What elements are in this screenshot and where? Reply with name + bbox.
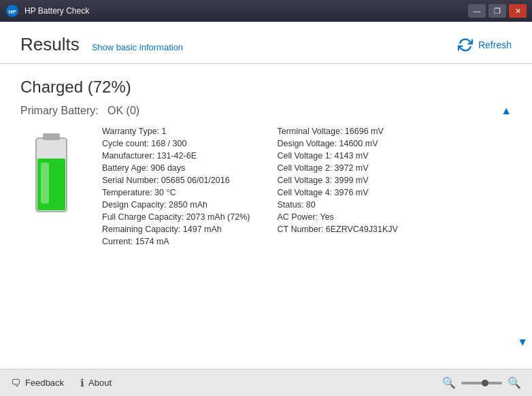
show-basic-link[interactable]: Show basic information bbox=[92, 42, 183, 52]
about-label: About bbox=[88, 378, 112, 388]
collapse-button[interactable]: ▲ bbox=[501, 105, 512, 117]
about-item[interactable]: ℹ About bbox=[80, 377, 112, 389]
left-info-item: Battery Age: 906 days bbox=[102, 163, 250, 173]
zoom-in-button[interactable]: 🔍 bbox=[508, 376, 521, 389]
feedback-label: Feedback bbox=[25, 378, 64, 388]
header: Results Show basic information Refresh bbox=[0, 22, 532, 64]
left-info-item: Warranty Type: 1 bbox=[102, 127, 250, 136]
right-info-item: Status: 80 bbox=[277, 200, 397, 210]
left-info-item: Temperature: 30 °C bbox=[102, 188, 250, 197]
scroll-down-indicator: ▼ bbox=[517, 336, 528, 348]
svg-text:HP: HP bbox=[8, 9, 16, 15]
battery-icon bbox=[26, 130, 77, 218]
title-bar: HP HP Battery Check — ❐ ✕ bbox=[0, 0, 532, 22]
zoom-controls: 🔍 🔍 bbox=[442, 376, 521, 389]
window-title: HP Battery Check bbox=[24, 6, 463, 16]
close-button[interactable]: ✕ bbox=[509, 4, 527, 18]
refresh-label: Refresh bbox=[478, 39, 512, 50]
right-info-item: Cell Voltage 2: 3972 mV bbox=[277, 163, 397, 173]
battery-header: Primary Battery: OK (0) ▲ bbox=[20, 105, 512, 117]
right-info-item: Cell Voltage 4: 3976 mV bbox=[277, 188, 397, 197]
left-info-item: Design Capacity: 2850 mAh bbox=[102, 200, 250, 210]
restore-button[interactable]: ❐ bbox=[488, 4, 506, 18]
refresh-icon bbox=[458, 37, 473, 52]
battery-label: Primary Battery: OK (0) bbox=[20, 105, 139, 117]
right-info-item: Terminal Voltage: 16696 mV bbox=[277, 127, 397, 136]
minimize-button[interactable]: — bbox=[468, 4, 486, 18]
header-left: Results Show basic information bbox=[20, 34, 183, 55]
right-info-col: Terminal Voltage: 16696 mVDesign Voltage… bbox=[277, 127, 397, 246]
main-content: Results Show basic information Refresh C… bbox=[0, 22, 532, 396]
zoom-slider-thumb bbox=[482, 380, 488, 386]
left-info-item: Cycle count: 168 / 300 bbox=[102, 139, 250, 148]
results-title: Results bbox=[20, 34, 80, 55]
app-logo: HP bbox=[5, 4, 19, 18]
footer: 🗨 Feedback ℹ About 🔍 🔍 bbox=[0, 369, 532, 396]
left-info-item: Current: 1574 mA bbox=[102, 237, 250, 246]
right-info-item: CT Number: 6EZRVC49J31KJV bbox=[277, 225, 397, 234]
battery-details: Warranty Type: 1Cycle count: 168 / 300Ma… bbox=[20, 127, 512, 246]
zoom-out-button[interactable]: 🔍 bbox=[442, 376, 456, 389]
battery-icon-container bbox=[20, 127, 82, 246]
left-info-item: Manufacturer: 131-42-6E bbox=[102, 151, 250, 161]
body-area: Charged (72%) Primary Battery: OK (0) ▲ bbox=[0, 64, 532, 369]
about-icon: ℹ bbox=[80, 377, 84, 389]
svg-rect-5 bbox=[41, 163, 49, 203]
left-info-col: Warranty Type: 1Cycle count: 168 / 300Ma… bbox=[102, 127, 250, 246]
left-info-item: Serial Number: 05685 06/01/2016 bbox=[102, 176, 250, 185]
feedback-item[interactable]: 🗨 Feedback bbox=[11, 377, 64, 389]
right-info-item: AC Power: Yes bbox=[277, 212, 397, 222]
battery-section: Primary Battery: OK (0) ▲ bbox=[20, 105, 512, 246]
feedback-icon: 🗨 bbox=[11, 377, 21, 389]
right-info-item: Design Voltage: 14600 mV bbox=[277, 139, 397, 148]
window-controls: — ❐ ✕ bbox=[468, 4, 527, 18]
charged-status: Charged (72%) bbox=[20, 78, 512, 97]
right-info-item: Cell Voltage 1: 4143 mV bbox=[277, 151, 397, 161]
right-info-item: Cell Voltage 3: 3999 mV bbox=[277, 176, 397, 185]
refresh-button[interactable]: Refresh bbox=[458, 37, 512, 52]
svg-rect-3 bbox=[43, 133, 60, 140]
zoom-slider[interactable] bbox=[461, 382, 502, 384]
left-info-item: Full Charge Capacity: 2073 mAh (72%) bbox=[102, 212, 250, 222]
left-info-item: Remaining Capacity: 1497 mAh bbox=[102, 225, 250, 234]
info-columns: Warranty Type: 1Cycle count: 168 / 300Ma… bbox=[102, 127, 512, 246]
